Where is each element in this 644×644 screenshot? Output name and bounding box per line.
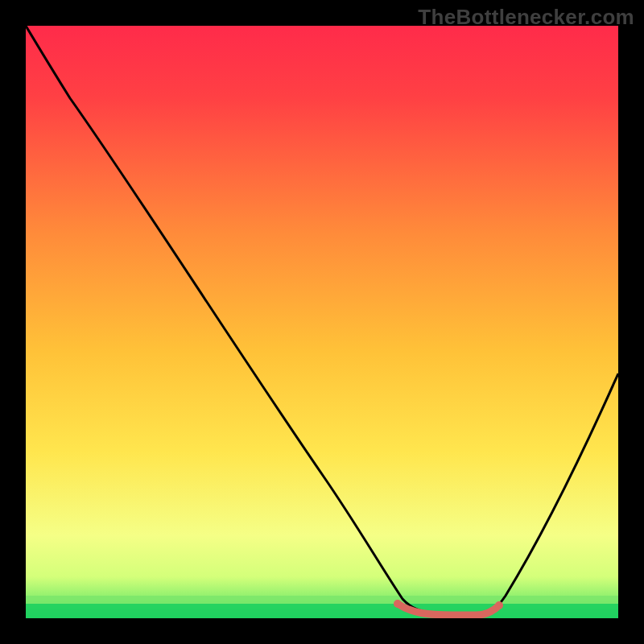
chart-frame: TheBottlenecker.com <box>0 0 644 644</box>
green-band <box>26 604 618 618</box>
lime-band <box>26 596 618 604</box>
bottleneck-plot <box>26 26 618 618</box>
plot-svg <box>26 26 618 618</box>
gradient-background <box>26 26 618 618</box>
highlight-dot-right <box>495 601 503 609</box>
highlight-dot-left <box>394 600 402 608</box>
